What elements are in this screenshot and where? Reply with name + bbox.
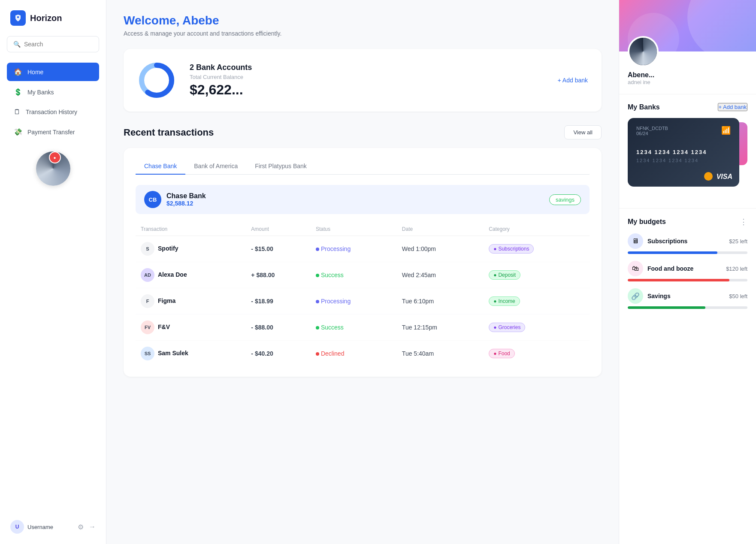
status-text: Processing: [321, 245, 351, 252]
tab-first-platypus[interactable]: First Platypus Bank: [246, 158, 315, 175]
logout-icon[interactable]: →: [89, 523, 96, 531]
tx-category: ●Deposit: [484, 262, 590, 288]
profile-section: Abene... adnei ine: [619, 36, 756, 94]
tx-amount: - $18.99: [246, 288, 311, 314]
rp-add-bank-button[interactable]: + Add bank: [718, 103, 747, 111]
app-name: Horizon: [30, 13, 62, 23]
badge-dot: ●: [493, 351, 496, 357]
card-expiry: 06/24: [636, 131, 668, 136]
rp-budgets-header: My budgets ⋮: [628, 217, 747, 227]
bank-type-badge: savings: [549, 194, 581, 205]
table-row: SSpotify - $15.00 Processing Wed 1:00pm …: [136, 236, 590, 262]
budget-item-header: 🛍 Food and booze $120 left: [628, 261, 747, 276]
col-transaction: Transaction: [136, 223, 246, 236]
right-panel: Abene... adnei ine My Banks + Add bank N…: [619, 0, 756, 544]
sidebar-item-payment-transfer-label: Payment Transfer: [27, 129, 75, 136]
bank-tabs: Chase Bank Bank of America First Platypu…: [136, 158, 590, 175]
tx-date: Tue 12:15pm: [397, 314, 484, 341]
badge-dot: ●: [493, 298, 496, 304]
tx-category: ●Income: [484, 288, 590, 314]
tx-date: Wed 2:45am: [397, 262, 484, 288]
profile-avatar: [628, 36, 659, 67]
status-dot: [316, 326, 319, 329]
tx-name: Figma: [158, 297, 175, 304]
tx-avatar: F: [141, 294, 154, 308]
status-dot: [316, 274, 319, 277]
rp-my-banks-section: My Banks + Add bank NFNK_DCDTB 06/24 📶 1…: [619, 94, 756, 209]
category-badge: ●Subscriptions: [489, 244, 534, 254]
sidebar-item-home[interactable]: 🏠 Home: [7, 63, 99, 81]
budgets-list: 🖥 Subscriptions $25 left 🛍 Food and booz…: [628, 233, 747, 309]
sidebar-user-name: Username: [27, 524, 53, 530]
transfer-icon: 💸: [14, 128, 22, 136]
settings-icon[interactable]: ⚙: [78, 523, 84, 531]
budget-name: Food and booze: [647, 265, 693, 272]
budget-icon: 🔗: [628, 288, 643, 304]
sidebar-user-area: U Username: [10, 520, 53, 534]
category-badge: ●Deposit: [489, 270, 520, 280]
sidebar-item-payment-transfer[interactable]: 💸 Payment Transfer: [7, 123, 99, 141]
tx-amount: - $15.00: [246, 236, 311, 262]
bank-initials: CB: [149, 196, 157, 203]
search-input[interactable]: [24, 41, 93, 48]
sidebar-nav: 🏠 Home 💲 My Banks 🗒 Transaction History …: [7, 63, 99, 143]
status-dot: [316, 300, 319, 303]
tx-status: Processing: [311, 288, 397, 314]
profile-avatar-inner: [629, 38, 657, 65]
sidebar-item-my-banks[interactable]: 💲 My Banks: [7, 83, 99, 101]
budget-left: $25 left: [729, 238, 747, 245]
budget-item-left: 🖥 Subscriptions: [628, 233, 687, 249]
sidebar-item-transaction-history[interactable]: 🗒 Transaction History: [7, 103, 99, 121]
bank-identity: CB Chase Bank $2,588.12: [144, 191, 206, 208]
tx-name-cell: ADAlexa Doe: [136, 262, 246, 288]
category-badge: ●Income: [489, 296, 520, 306]
balance-info: 2 Bank Accounts Total Current Balance $2…: [190, 63, 544, 98]
welcome-name: Abebe: [182, 14, 219, 27]
tx-name-cell: FFigma: [136, 288, 246, 314]
sidebar-item-transaction-history-label: Transaction History: [26, 109, 77, 115]
card-wifi-icon: 📶: [721, 126, 731, 135]
view-all-button[interactable]: View all: [564, 125, 602, 139]
add-bank-button[interactable]: + Add bank: [558, 77, 588, 84]
sidebar-user-avatar: U: [10, 520, 24, 534]
transactions-section-title: Recent transactions: [124, 127, 214, 138]
tx-date: Tue 5:40am: [397, 341, 484, 367]
tx-avatar: SS: [141, 347, 154, 360]
search-box[interactable]: 🔍: [7, 36, 99, 52]
bank-card-front: NFNK_DCDTB 06/24 📶 1234 1234 1234 1234 1…: [628, 118, 739, 187]
category-badge: ●Groceries: [489, 323, 525, 332]
tx-status: Processing: [311, 236, 397, 262]
tx-name-cell: FVF&V: [136, 314, 246, 341]
table-row: FVF&V - $88.00 Success Tue 12:15pm ●Groc…: [136, 314, 590, 341]
budget-bar-fill: [628, 306, 705, 309]
col-status: Status: [311, 223, 397, 236]
bank-name: Chase Bank: [166, 192, 206, 200]
tab-chase-bank[interactable]: Chase Bank: [136, 158, 185, 175]
welcome-prefix: Welcome,: [124, 14, 182, 27]
budget-progress-bar: [628, 306, 747, 309]
budget-item-header: 🖥 Subscriptions $25 left: [628, 233, 747, 249]
banks-icon: 💲: [14, 88, 22, 96]
card-number-main: 1234 1234 1234 1234: [636, 149, 731, 155]
tx-name-cell: SSpotify: [136, 236, 246, 262]
status-text: Processing: [321, 298, 351, 305]
card-number-back: 1234 1234 1234 1234: [636, 158, 731, 163]
tx-category: ●Food: [484, 341, 590, 367]
tx-status: Success: [311, 314, 397, 341]
tx-name: F&V: [158, 323, 170, 330]
profile-name: Abene...: [628, 71, 747, 79]
transactions-section-header: Recent transactions View all: [124, 125, 602, 139]
sidebar-bottom: U Username ⚙ →: [7, 520, 99, 534]
tx-amount: + $88.00: [246, 262, 311, 288]
sidebar-bottom-icons: ⚙ →: [78, 523, 96, 531]
welcome-title: Welcome, Abebe: [124, 14, 602, 27]
tx-amount: - $40.20: [246, 341, 311, 367]
badge-dot: ●: [493, 324, 496, 330]
tab-bank-of-america[interactable]: Bank of America: [185, 158, 246, 175]
app-logo-icon: [10, 10, 26, 26]
budgets-more-button[interactable]: ⋮: [740, 217, 747, 227]
bank-avatar: CB: [144, 191, 161, 208]
tx-avatar: S: [141, 242, 154, 256]
col-category: Category: [484, 223, 590, 236]
budget-name: Subscriptions: [647, 238, 687, 245]
